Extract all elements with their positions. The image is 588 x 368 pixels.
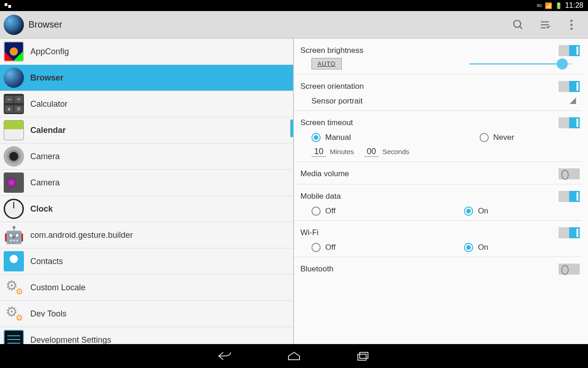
sliders-icon	[4, 330, 24, 344]
camera2-icon	[4, 172, 24, 193]
svg-rect-4	[571, 28, 572, 29]
app-label: Dev Tools	[30, 309, 67, 319]
seconds-label: Seconds	[383, 148, 409, 155]
wifi-radio-off[interactable]: Off	[311, 243, 335, 252]
app-row-appconfig[interactable]: AppConfig	[0, 39, 293, 65]
app-row-development-settings[interactable]: Development Settings	[0, 327, 293, 344]
app-row-clock[interactable]: Clock	[0, 196, 293, 222]
search-icon[interactable]	[512, 18, 525, 31]
orientation-spinner[interactable]: Sensor portrait	[300, 92, 582, 106]
timeout-seconds-input[interactable]: 00	[364, 147, 379, 157]
clock-time: 11:28	[565, 1, 583, 10]
app-label: Camera	[30, 178, 60, 188]
auto-brightness-button[interactable]: AUTO	[311, 58, 342, 69]
radio-icon	[464, 243, 473, 252]
brightness-toggle[interactable]	[559, 45, 580, 56]
media-toggle[interactable]	[559, 168, 580, 179]
svg-rect-5	[358, 354, 366, 360]
setting-brightness: Screen brightness AUTO	[294, 39, 582, 75]
setting-media-volume: Media volume	[294, 162, 582, 184]
calc-icon: −÷+=	[4, 94, 24, 114]
orientation-label: Screen orientation	[300, 82, 364, 91]
brightness-label: Screen brightness	[300, 46, 363, 55]
timeout-label: Screen timeout	[300, 118, 353, 127]
radio-icon	[311, 243, 321, 252]
svg-rect-2	[571, 20, 572, 22]
mobile-label: Mobile data	[300, 192, 341, 201]
app-row-calendar[interactable]: Calendar	[0, 117, 293, 144]
media-label: Media volume	[300, 169, 349, 178]
radio-icon	[311, 207, 321, 216]
action-bar: Browser	[0, 11, 588, 39]
app-label: Clock	[30, 204, 53, 214]
scroll-marker	[290, 120, 293, 137]
timeout-radio-never[interactable]: Never	[480, 133, 514, 142]
wifi-radio-on[interactable]: On	[464, 243, 488, 252]
timeout-minutes-input[interactable]: 10	[311, 147, 326, 157]
app-label: Contacts	[30, 257, 63, 266]
camera1-icon	[4, 146, 24, 167]
timeout-radio-manual[interactable]: Manual	[311, 133, 351, 142]
svg-rect-3	[571, 23, 572, 25]
home-button[interactable]	[285, 349, 303, 363]
wifi-label: Wi-Fi	[300, 228, 319, 237]
radio-icon	[480, 133, 489, 142]
app-row-camera[interactable]: Camera	[0, 144, 293, 170]
app-row-contacts[interactable]: Contacts	[0, 248, 293, 275]
app-label: com.android.gesture.builder	[30, 230, 133, 240]
clock-icon	[4, 199, 24, 219]
bluetooth-toggle[interactable]	[559, 264, 580, 275]
svg-rect-6	[360, 352, 368, 358]
mobile-radio-on[interactable]: On	[464, 207, 488, 216]
page-title: Browser	[28, 19, 512, 30]
bluetooth-label: Bluetooth	[300, 264, 334, 274]
app-row-com-android-gesture-builder[interactable]: 🤖com.android.gesture.builder	[0, 222, 293, 248]
radio-icon	[311, 133, 321, 142]
timeout-toggle[interactable]	[559, 117, 580, 128]
orientation-toggle[interactable]	[559, 81, 580, 92]
setting-timeout: Screen timeout Manual Never 10 Minutes 0…	[294, 111, 582, 162]
setting-orientation: Screen orientation Sensor portrait	[294, 75, 582, 111]
gear-icon	[4, 277, 24, 298]
signal-icon: 📶	[545, 2, 552, 9]
recents-button[interactable]	[354, 349, 372, 363]
app-label: Custom Locale	[30, 283, 85, 293]
browser-icon	[4, 68, 24, 88]
gear-icon	[4, 304, 24, 324]
back-button[interactable]	[216, 349, 234, 363]
svg-point-0	[514, 20, 520, 27]
app-label: Development Settings	[30, 335, 111, 345]
battery-icon: 🔋	[555, 2, 562, 9]
app-row-camera[interactable]: Camera	[0, 170, 293, 196]
svg-line-1	[520, 26, 522, 29]
app-label: Camera	[30, 152, 60, 161]
app-label: Browser	[30, 73, 63, 83]
setting-wifi: Wi-Fi Off On	[294, 221, 582, 257]
calendar-icon	[4, 120, 24, 140]
mobile-toggle[interactable]	[559, 191, 580, 202]
dropdown-icon	[570, 98, 576, 104]
app-icon-browser	[4, 15, 24, 35]
setting-mobile-data: Mobile data Off On	[294, 184, 582, 221]
app-label: Calculator	[30, 99, 68, 109]
wifi-toggle[interactable]	[559, 227, 580, 238]
mobile-radio-off[interactable]: Off	[311, 207, 335, 216]
app-row-custom-locale[interactable]: Custom Locale	[0, 275, 293, 301]
minutes-label: Minutes	[330, 148, 354, 155]
app-row-browser[interactable]: Browser	[0, 65, 293, 91]
android-icon: 🤖	[4, 225, 24, 245]
status-bar: 3G 📶 🔋 11:28	[0, 0, 588, 11]
radio-icon	[464, 207, 473, 216]
setting-bluetooth: Bluetooth	[294, 257, 582, 279]
app-row-calculator[interactable]: −÷+=Calculator	[0, 91, 293, 117]
brightness-slider[interactable]	[469, 63, 572, 64]
app-row-dev-tools[interactable]: Dev Tools	[0, 301, 293, 327]
contacts-icon	[4, 251, 24, 271]
checklist-icon[interactable]	[538, 18, 551, 31]
network-indicator: 3G	[537, 3, 542, 8]
overflow-menu-icon[interactable]	[565, 18, 578, 31]
settings-panel: Screen brightness AUTO Screen orientatio…	[294, 39, 588, 344]
app-list[interactable]: AppConfigBrowser−÷+=CalculatorCalendarCa…	[0, 39, 294, 344]
nav-bar	[0, 344, 588, 368]
app-label: AppConfig	[30, 47, 69, 57]
